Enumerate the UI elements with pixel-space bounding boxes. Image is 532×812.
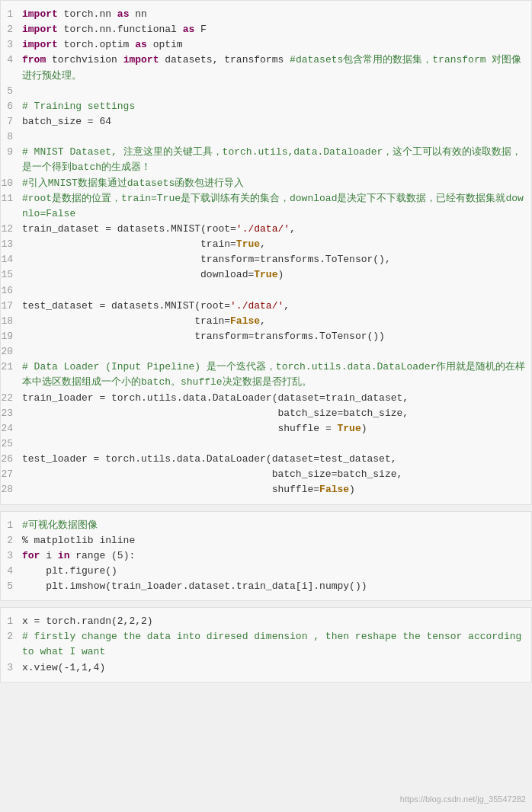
line-content: batch_size = 64: [22, 114, 527, 129]
token-kw: import: [22, 8, 64, 20]
line-number: 27: [1, 467, 22, 482]
code-line: 13 train=True,: [1, 237, 531, 252]
line-number: 20: [1, 344, 22, 360]
code-line: 1x = torch.randn(2,2,2): [1, 614, 531, 629]
token-plain: ,: [284, 300, 290, 312]
token-plain: train_loader = torch.utils.data.DataLoad…: [22, 392, 409, 404]
line-number: 23: [1, 406, 22, 421]
line-number: 4: [1, 53, 22, 83]
line-number: 3: [1, 37, 22, 53]
line-content: [22, 344, 527, 360]
line-number: 1: [1, 7, 22, 22]
token-comment: # MNIST Dataset, 注意这里的关键工具，torch.utils,d…: [22, 146, 521, 173]
line-number: 2: [1, 533, 22, 548]
token-plain: shuffle=: [22, 484, 319, 495]
line-number: 11: [1, 191, 22, 222]
line-content: [22, 129, 527, 145]
code-line: 24 shuffle = True): [1, 421, 531, 436]
token-plain: transform=transforms.ToTensor()): [22, 331, 385, 342]
code-line: 19 transform=transforms.ToTensor()): [1, 329, 531, 344]
code-line: 8: [1, 129, 531, 145]
line-content: # MNIST Dataset, 注意这里的关键工具，torch.utils,d…: [22, 145, 527, 175]
line-number: 2: [1, 629, 22, 660]
line-number: 13: [1, 237, 22, 252]
line-content: import torch.nn as nn: [22, 7, 527, 22]
line-number: 15: [1, 267, 22, 283]
code-line: 5 plt.imshow(train_loader.dataset.train_…: [1, 579, 531, 594]
token-plain: plt.imshow(train_loader.dataset.train_da…: [22, 580, 367, 592]
line-number: 12: [1, 222, 22, 237]
line-number: 7: [1, 114, 22, 129]
code-line: 10#引入MNIST数据集通过datasets函数包进行导入: [1, 176, 531, 191]
token-kw: as: [117, 8, 135, 20]
token-str: './data/': [230, 300, 284, 312]
token-comment: #root是数据的位置，train=True是下载训练有关的集合，downloa…: [22, 193, 524, 219]
token-kw: in: [58, 550, 75, 561]
line-content: [22, 436, 527, 452]
token-kw: for: [22, 550, 46, 561]
token-plain: transform=transforms.ToTensor(),: [22, 254, 391, 265]
line-content: batch_size=batch_size,: [22, 467, 527, 482]
code-line: 5: [1, 84, 531, 99]
token-comment: # Data Loader (Input Pipeline) 是一个迭代器，to…: [22, 361, 525, 388]
line-number: 18: [1, 314, 22, 329]
token-plain: x.view(-1,1,4): [22, 662, 105, 673]
code-block-2: 1#可视化数据图像2% matplotlib inline3for i in r…: [0, 511, 532, 602]
line-number: 21: [1, 360, 22, 390]
token-plain: ,: [260, 315, 266, 327]
line-number: 3: [1, 660, 22, 676]
line-content: #引入MNIST数据集通过datasets函数包进行导入: [22, 176, 527, 191]
token-plain: ,: [260, 238, 266, 250]
code-line: 9# MNIST Dataset, 注意这里的关键工具，torch.utils,…: [1, 145, 531, 175]
token-plain: ): [349, 484, 355, 495]
code-line: 28 shuffle=False): [1, 482, 531, 497]
code-line: 2import torch.nn.functional as F: [1, 22, 531, 37]
token-kw: import: [123, 54, 165, 66]
line-number: 26: [1, 452, 22, 467]
token-kw2: True: [236, 238, 260, 250]
line-content: shuffle=False): [22, 482, 527, 497]
token-plain: torch.optim: [64, 39, 136, 50]
line-content: train=True,: [22, 237, 527, 252]
token-plain: ): [361, 423, 367, 434]
token-plain: ,: [290, 223, 296, 235]
line-number: 24: [1, 421, 22, 436]
code-line: 7batch_size = 64: [1, 114, 531, 129]
token-plain: batch_size=batch_size,: [22, 468, 402, 480]
token-plain: test_dataset = datasets.MNIST(root=: [22, 300, 230, 312]
line-content: for i in range (5):: [22, 548, 527, 564]
line-content: # Data Loader (Input Pipeline) 是一个迭代器，to…: [22, 360, 527, 390]
token-kw2: True: [337, 423, 361, 434]
line-number: 22: [1, 391, 22, 406]
line-number: 4: [1, 564, 22, 579]
line-number: 14: [1, 252, 22, 267]
token-comment: #引入MNIST数据集通过datasets函数包进行导入: [22, 177, 244, 189]
token-plain: torchvision: [52, 54, 123, 66]
token-plain: test_loader = torch.utils.data.DataLoade…: [22, 453, 396, 465]
line-content: from torchvision import datasets, transf…: [22, 53, 527, 83]
code-line: 1#可视化数据图像: [1, 518, 531, 533]
token-str: './data/': [236, 223, 290, 235]
token-plain: range (5):: [75, 550, 135, 561]
token-plain: plt.figure(): [22, 565, 117, 577]
line-content: train_loader = torch.utils.data.DataLoad…: [22, 391, 527, 406]
token-plain: ): [277, 269, 284, 280]
line-number: 10: [1, 176, 22, 191]
line-content: # firstly change the data into diresed d…: [22, 629, 527, 660]
line-content: train=False,: [22, 314, 527, 329]
token-plain: optim: [153, 39, 183, 50]
token-kw2: True: [254, 269, 277, 280]
token-plain: i: [46, 550, 58, 561]
token-plain: shuffle =: [22, 423, 337, 434]
code-line: 4 plt.figure(): [1, 564, 531, 579]
code-line: 2% matplotlib inline: [1, 533, 531, 548]
line-content: % matplotlib inline: [22, 533, 527, 548]
line-content: shuffle = True): [22, 421, 527, 436]
line-number: 6: [1, 99, 22, 114]
code-line: 4from torchvision import datasets, trans…: [1, 53, 531, 83]
code-line: 21# Data Loader (Input Pipeline) 是一个迭代器，…: [1, 360, 531, 390]
code-line: 12train_dataset = datasets.MNIST(root='.…: [1, 222, 531, 237]
line-content: plt.imshow(train_loader.dataset.train_da…: [22, 579, 527, 594]
token-kw: from: [22, 54, 52, 66]
line-content: download=True): [22, 267, 527, 283]
